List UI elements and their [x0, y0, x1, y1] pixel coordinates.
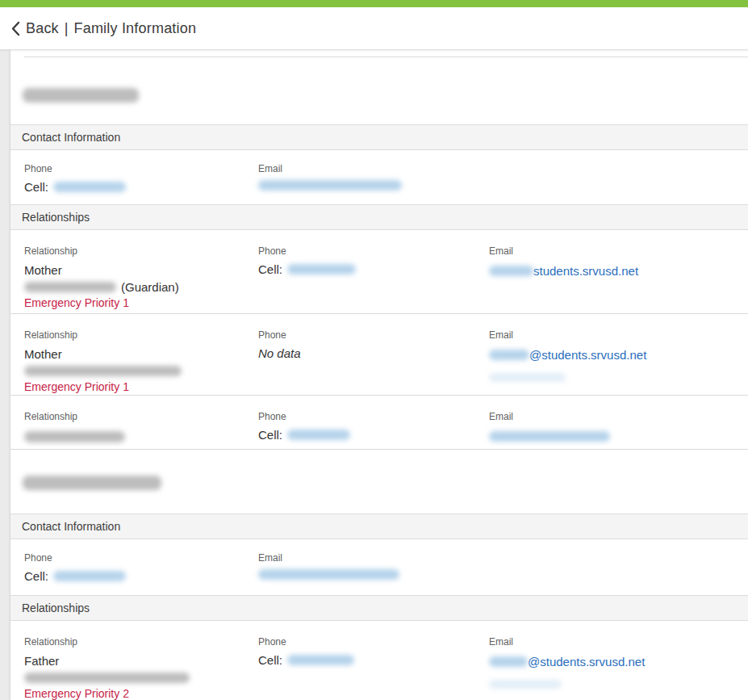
relationship-label: Relationship	[24, 636, 258, 648]
emergency-priority-badge: Emergency Priority 1	[24, 296, 258, 310]
email-prefix-redacted[interactable]	[489, 350, 529, 360]
email-link-redacted[interactable]	[258, 180, 402, 191]
email-label: Email	[258, 552, 748, 564]
relationship-row: Relationship Mother (Guardian) Emergency…	[10, 230, 748, 314]
contact-info-row: Phone Cell: Email	[10, 539, 748, 595]
contact-info-row: Phone Cell: Email	[10, 150, 748, 204]
relationships-header: Relationships	[10, 204, 748, 230]
back-label[interactable]: Back	[26, 20, 59, 37]
relationship-label: Relationship	[24, 245, 258, 257]
email-label: Email	[489, 329, 748, 341]
email-column: Email	[258, 552, 748, 595]
relationship-type: Father	[24, 653, 258, 669]
relationship-label: Relationship	[24, 329, 258, 341]
relationship-type-redacted	[24, 431, 125, 442]
contact-information-header: Contact Information	[10, 124, 748, 150]
relation-name-redacted	[24, 282, 116, 292]
email-column: Email	[258, 163, 748, 204]
guardian-note: (Guardian)	[121, 280, 179, 294]
email-label: Email	[258, 163, 748, 174]
person-name-redacted	[23, 88, 139, 103]
chevron-left-icon	[10, 21, 22, 36]
email-label: Email	[489, 245, 748, 257]
relationship-label: Relationship	[24, 411, 258, 422]
page-header: Back | Family Information	[0, 7, 748, 50]
relationship-row: Relationship Mother Emergency Priority 1…	[10, 314, 748, 396]
phone-no-data: No data	[258, 346, 301, 360]
phone-label: Phone	[24, 163, 258, 174]
contact-information-label: Contact Information	[22, 520, 120, 533]
phone-link-redacted[interactable]	[53, 571, 126, 581]
phone-label: Phone	[258, 636, 489, 648]
app-accent-bar	[0, 0, 748, 7]
relationship-type: Mother	[24, 346, 258, 363]
contact-information-header: Contact Information	[10, 513, 748, 539]
page-title: Family Information	[74, 20, 197, 37]
email-label: Email	[489, 636, 748, 648]
email-link[interactable]: @students.srvusd.net	[529, 348, 646, 362]
phone-column: Phone Cell:	[24, 163, 258, 204]
email-link[interactable]: @students.srvusd.net	[528, 655, 645, 669]
phone-label: Phone	[258, 411, 489, 422]
page-body: Contact Information Phone Cell: Email Re…	[0, 50, 748, 700]
family-info-card: Contact Information Phone Cell: Email Re…	[10, 50, 748, 700]
cell-prefix: Cell:	[24, 180, 48, 194]
phone-column: Phone Cell:	[24, 552, 258, 595]
cell-prefix: Cell:	[24, 569, 48, 583]
phone-link-redacted[interactable]	[53, 182, 126, 192]
phone-label: Phone	[258, 245, 489, 257]
person-name-redacted	[23, 476, 161, 490]
email-prefix-redacted[interactable]	[489, 656, 528, 667]
emergency-priority-badge: Emergency Priority 2	[24, 687, 258, 700]
section-divider	[24, 57, 748, 57]
relationships-label: Relationships	[22, 601, 90, 614]
relationship-row: Relationship Father Emergency Priority 2…	[10, 621, 748, 700]
back-button[interactable]: Back	[10, 20, 59, 37]
relation-name-redacted	[24, 673, 190, 683]
phone-link-redacted[interactable]	[287, 264, 356, 275]
secondary-email-redacted	[489, 680, 562, 689]
phone-label: Phone	[24, 552, 258, 564]
secondary-email-redacted	[489, 373, 566, 382]
header-separator: |	[65, 20, 69, 37]
email-link-redacted[interactable]	[258, 569, 399, 580]
phone-link-redacted[interactable]	[287, 655, 354, 665]
emergency-priority-badge: Emergency Priority 1	[24, 380, 258, 394]
phone-link-redacted[interactable]	[287, 430, 350, 440]
relationship-type: Mother	[24, 262, 258, 279]
email-prefix-redacted[interactable]	[489, 266, 533, 276]
cell-prefix: Cell:	[258, 428, 282, 442]
email-link-redacted[interactable]	[489, 431, 610, 442]
relation-name-redacted	[24, 366, 182, 376]
cell-prefix: Cell:	[258, 262, 282, 276]
email-label: Email	[489, 411, 748, 422]
contact-information-label: Contact Information	[22, 131, 120, 144]
phone-label: Phone	[258, 329, 489, 341]
email-link[interactable]: students.srvusd.net	[533, 264, 638, 278]
relationships-label: Relationships	[22, 211, 90, 224]
cell-prefix: Cell:	[258, 653, 282, 667]
relationship-row: Relationship Phone Cell: Email	[10, 396, 748, 450]
relationships-header: Relationships	[10, 595, 748, 621]
